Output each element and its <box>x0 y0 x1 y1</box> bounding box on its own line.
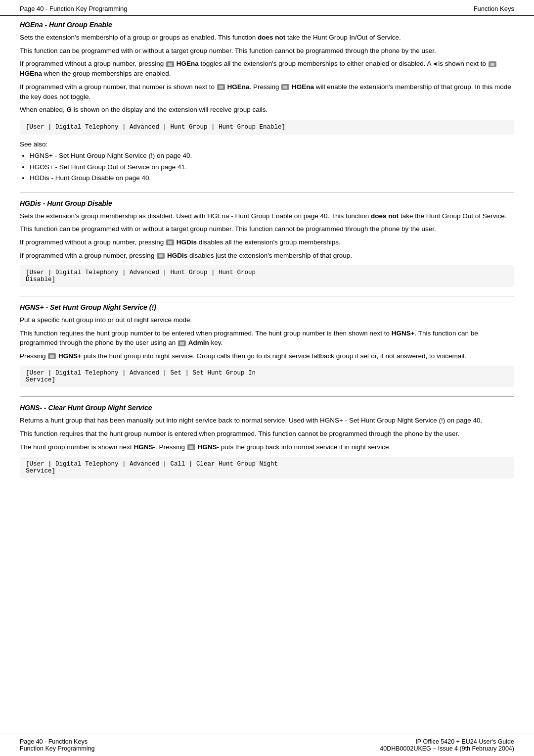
hgns-plus-code: [User | Digital Telephony | Advanced | S… <box>20 366 514 387</box>
footer-left-line1: Page 40 - Function Keys <box>20 738 94 745</box>
phone-key-icon <box>489 61 496 67</box>
hgena-para-3: If programmed without a group number, pr… <box>20 59 514 79</box>
footer-right-line2: 40DHB0002UKEG – Issue 4 (9th February 20… <box>380 745 514 752</box>
hgdis-code: [User | Digital Telephony | Advanced | H… <box>20 265 514 287</box>
phone-key-icon <box>157 253 165 259</box>
hgena-bullet-2: HGOS+ - Set Hunt Group Out of Service on… <box>30 162 514 172</box>
phone-key-icon <box>166 239 174 245</box>
page-container: Page 40 - Function Key Programming Funct… <box>0 0 534 756</box>
phone-key-icon <box>166 61 174 67</box>
hgena-bullet-3: HGDis - Hunt Group Disable on page 40. <box>30 173 514 183</box>
hgdis-para-2: This function can be programmed with or … <box>20 224 514 234</box>
hgena-bullet-list: HGNS+ - Set Hunt Group Night Service (!)… <box>30 151 514 183</box>
divider-hgns-minus <box>20 396 514 397</box>
header-left: Page 40 - Function Key Programming <box>20 5 128 12</box>
phone-key-icon <box>178 340 186 346</box>
section-hgdis: HGDis - Hunt Group Disable Sets the exte… <box>20 199 514 287</box>
hgdis-para-3: If programmed without a group number, pr… <box>20 237 514 247</box>
hgns-minus-para-1: Returns a hunt group that has been manua… <box>20 416 514 425</box>
header-right: Function Keys <box>474 5 514 12</box>
phone-key-icon <box>187 444 195 450</box>
hgdis-para-1: Sets the extension's group membership as… <box>20 211 514 221</box>
hgena-para-4: If programmed with a group number, that … <box>20 82 514 101</box>
page-footer: Page 40 - Function Keys Function Key Pro… <box>0 734 534 756</box>
hgena-para-1: Sets the extension's membership of a gro… <box>20 33 514 43</box>
section-hgns-minus: HGNS- - Clear Hunt Group Night Service R… <box>20 404 514 478</box>
divider-hgdis <box>20 192 514 192</box>
section-hgdis-title: HGDis - Hunt Group Disable <box>20 199 514 207</box>
hgena-bullet-1: HGNS+ - Set Hunt Group Night Service (!)… <box>30 151 514 161</box>
hgns-plus-para-3: Pressing HGNS+ puts the hunt group into … <box>20 351 514 361</box>
footer-right-line1: IP Office 5420 + EU24 User's Guide <box>380 738 514 745</box>
hgena-para-5: When enabled, G is shown on the display … <box>20 105 514 115</box>
hgena-para-2: This function can be programmed with or … <box>20 46 514 56</box>
hgns-minus-para-3: The hunt group number is shown next HGNS… <box>20 442 514 452</box>
hgns-minus-para-2: This function requires that the hunt gro… <box>20 429 514 439</box>
hgdis-para-4: If programmed with a group number, press… <box>20 251 514 261</box>
phone-key-icon <box>48 353 56 359</box>
page-header: Page 40 - Function Key Programming Funct… <box>0 0 534 16</box>
footer-left-line2: Function Key Programming <box>20 745 94 752</box>
hgns-minus-code: [User | Digital Telephony | Advanced | C… <box>20 457 514 478</box>
phone-key-icon <box>281 84 289 90</box>
section-hgena-title: HGEna - Hunt Group Enable <box>20 21 514 29</box>
section-hgns-minus-title: HGNS- - Clear Hunt Group Night Service <box>20 404 514 412</box>
hgns-plus-para-2: This function requires the hunt group nu… <box>20 329 514 348</box>
arrow-symbol: ◂ <box>433 60 437 67</box>
main-content: HGEna - Hunt Group Enable Sets the exten… <box>0 16 534 517</box>
section-hgena: HGEna - Hunt Group Enable Sets the exten… <box>20 21 514 183</box>
divider-hgns-plus <box>20 296 514 296</box>
section-hgns-plus: HGNS+ - Set Hunt Group Night Service (!)… <box>20 303 514 387</box>
phone-key-icon <box>217 84 225 90</box>
section-hgns-plus-title: HGNS+ - Set Hunt Group Night Service (!) <box>20 303 514 311</box>
hgena-see-also-label: See also: <box>20 140 514 149</box>
footer-right: IP Office 5420 + EU24 User's Guide 40DHB… <box>380 738 514 752</box>
hgns-plus-para-1: Put a specific hunt group into or out of… <box>20 315 514 325</box>
hgena-code: [User | Digital Telephony | Advanced | H… <box>20 120 514 135</box>
footer-left: Page 40 - Function Keys Function Key Pro… <box>20 738 94 752</box>
